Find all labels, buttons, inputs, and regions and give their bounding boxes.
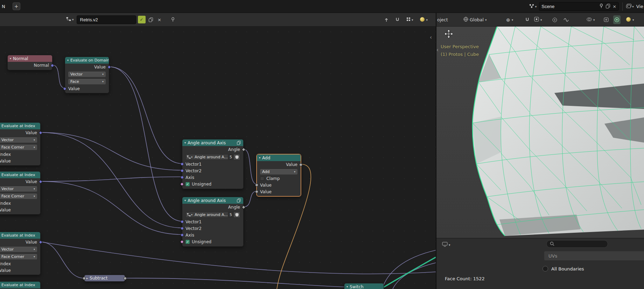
socket-input-vector2[interactable]	[181, 227, 184, 230]
node-evaluate-on-domain[interactable]: ▾ Evaluate on Domain Value Vector ▾ Face…	[65, 57, 109, 93]
edit-mesh[interactable]	[436, 27, 644, 238]
data-type-dropdown[interactable]: Vector▾	[0, 247, 37, 252]
transform-orientation-dropdown[interactable]: Global ▾	[463, 13, 486, 27]
domain-dropdown[interactable]: Face Corner▾	[0, 194, 37, 199]
unsigned-checkbox[interactable]: ✓	[186, 182, 190, 186]
pin-icon[interactable]	[599, 3, 603, 10]
overlays-dropdown[interactable]: ▾	[587, 13, 595, 27]
node-normal[interactable]: ▾ Normal Normal	[7, 55, 52, 70]
node-tree-browse-dropdown[interactable]: ▾	[65, 16, 75, 23]
socket-output-value[interactable]	[107, 65, 111, 69]
falloff-dot-icon[interactable]	[552, 13, 557, 27]
domain-dropdown[interactable]: Face ▾	[68, 79, 106, 85]
add-workspace-button[interactable]: +	[13, 2, 20, 10]
socket-input-vector1[interactable]	[181, 162, 184, 166]
node-group-selector[interactable]: ▾ Angle around A... 5	[186, 154, 240, 160]
node-tree-name-input[interactable]	[77, 15, 136, 24]
node-header[interactable]: ▾ Evaluate on Domain	[65, 57, 109, 64]
scene-name-input[interactable]	[541, 4, 597, 9]
overlays-grid-dropdown[interactable]: ▾	[405, 16, 414, 23]
socket-input-axis[interactable]	[181, 233, 184, 237]
socket-output-value[interactable]	[38, 240, 42, 244]
menu-object[interactable]: oject	[437, 13, 448, 27]
viewport-canvas[interactable]: User Perspective (1) Protos | Cube ‹	[436, 27, 644, 238]
search-field[interactable]	[546, 240, 608, 248]
socket-output-value[interactable]	[299, 163, 302, 166]
domain-dropdown[interactable]: Face Corner▾	[0, 145, 37, 150]
node-switch[interactable]: ▾ Switch	[344, 283, 384, 289]
node-evaluate-at-index-2[interactable]: ▾Evaluate at Index Value Vector▾ Face Co…	[0, 171, 41, 215]
fake-user-icon[interactable]	[234, 154, 240, 160]
collapse-icon[interactable]: ▾	[184, 141, 186, 144]
node-evaluate-at-index-3[interactable]: ▾Evaluate at Index Value Vector▾ Face Co…	[0, 232, 41, 275]
data-type-dropdown[interactable]: Vector▾	[0, 186, 37, 192]
socket-input-value1[interactable]	[255, 183, 258, 187]
node-tree-icon[interactable]: ▾	[186, 213, 194, 217]
proportional-editing-dropdown[interactable]: ▾	[534, 13, 542, 27]
operation-dropdown[interactable]: Add▾	[260, 169, 298, 175]
expand-icon[interactable]: ▸	[86, 277, 88, 280]
new-scene-copy-icon[interactable]	[606, 3, 610, 10]
node-header[interactable]: ▾ Add	[257, 154, 301, 161]
socket-input-axis[interactable]	[181, 176, 184, 179]
group-name[interactable]: Angle around A...	[194, 212, 228, 217]
view-layer-name[interactable]: Vie	[636, 4, 643, 9]
domain-dropdown[interactable]: Face Corner▾	[0, 254, 37, 260]
node-add[interactable]: ▾ Add Value Add▾ Clamp Value Value	[257, 154, 301, 196]
socket-output-angle[interactable]	[241, 147, 245, 151]
duplicate-datablock-button[interactable]	[147, 16, 154, 23]
snap-target-dropdown[interactable]: ⊕ ▾	[506, 13, 513, 27]
scene-dropdown[interactable]: ▾	[529, 3, 537, 10]
node-header[interactable]: ▾ Angle around Axis	[182, 139, 243, 146]
node-angle-around-axis-1[interactable]: ▾ Angle around Axis Angle ▾ Angle around…	[182, 139, 244, 189]
group-user-count[interactable]: 5	[228, 212, 234, 217]
socket-output-normal[interactable]	[51, 64, 54, 67]
collapse-icon[interactable]: ▾	[10, 57, 11, 60]
fake-user-toggle[interactable]: ✓	[138, 16, 146, 23]
socket-input-value[interactable]	[63, 87, 66, 91]
uvs-field[interactable]: UVs	[544, 251, 644, 260]
snap-magnet-toggle[interactable]	[525, 13, 530, 27]
collapse-icon[interactable]: ▾	[346, 285, 348, 288]
node-subtract[interactable]: ▸ Subtract	[84, 275, 125, 282]
socket-input-unsigned[interactable]	[180, 240, 184, 244]
scene-name-field[interactable]: ×	[539, 2, 619, 11]
socket-input[interactable]	[83, 277, 86, 280]
fake-user-icon[interactable]	[234, 212, 240, 217]
clamp-checkbox[interactable]	[260, 176, 264, 181]
socket-output-angle[interactable]	[241, 205, 245, 209]
unlink-datablock-button[interactable]: ×	[156, 16, 163, 23]
falloff-curve-icon[interactable]	[564, 13, 569, 27]
socket-input-vector2[interactable]	[181, 169, 184, 172]
data-type-dropdown[interactable]: Vector▾	[0, 137, 37, 143]
pin-icon[interactable]	[170, 16, 176, 23]
collapse-icon[interactable]: ▾	[184, 199, 186, 202]
group-user-count[interactable]: 5	[228, 154, 234, 160]
sidebar-toggle-icon[interactable]: ‹	[430, 34, 432, 41]
node-group-selector[interactable]: ▾ Angle around A... 5	[186, 212, 240, 218]
group-name[interactable]: Angle around A...	[194, 155, 228, 159]
node-header[interactable]: ▾ Normal	[8, 55, 52, 62]
workspace-tab[interactable]: N	[0, 4, 7, 9]
collapse-icon[interactable]: ▾	[67, 59, 69, 62]
node-evaluate-at-index-4[interactable]: ▾Evaluate at Index Value	[0, 281, 41, 289]
shading-mode-active-icon[interactable]	[613, 15, 621, 24]
collapse-icon[interactable]: ▾	[259, 156, 260, 159]
node-editor-canvas[interactable]: ▾ Normal Normal ▾ Evaluate on Domain Val…	[0, 27, 436, 289]
node-tree-name-field[interactable]	[77, 15, 136, 24]
close-icon[interactable]: ×	[612, 4, 616, 9]
socket-output-value[interactable]	[38, 180, 42, 183]
preview-sphere-dropdown[interactable]: ▾	[419, 16, 429, 24]
socket-output[interactable]	[124, 277, 127, 280]
socket-output-value[interactable]	[38, 131, 42, 135]
socket-input-value2[interactable]	[255, 190, 258, 193]
shading-sphere-dropdown[interactable]: ▾	[626, 13, 634, 27]
node-angle-around-axis-2[interactable]: ▾Angle around Axis Angle ▾ Angle around …	[182, 197, 244, 247]
socket-input-unsigned[interactable]	[180, 182, 184, 186]
node-evaluate-at-index-1[interactable]: ▾ Evaluate at Index Value Vector▾ Face C…	[0, 122, 41, 166]
all-boundaries-checkbox[interactable]	[542, 266, 548, 272]
editor-type-dropdown[interactable]: ▾	[442, 241, 450, 248]
go-to-parent-tree-button[interactable]	[383, 17, 390, 23]
sidebar-toggle-icon[interactable]: ‹	[436, 47, 439, 53]
view-layer-dropdown[interactable]: ▾	[626, 3, 634, 10]
